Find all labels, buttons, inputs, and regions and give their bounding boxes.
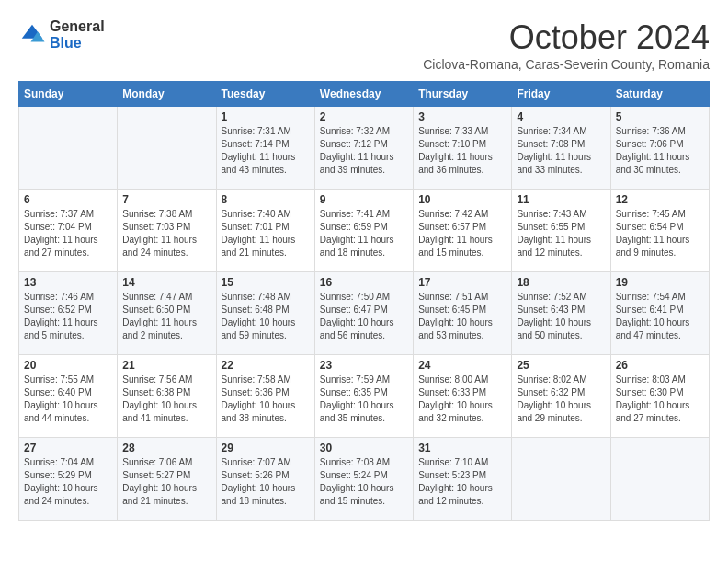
day-info: Sunrise: 7:52 AMSunset: 6:43 PMDaylight:…: [517, 291, 605, 342]
day-number: 24: [418, 359, 506, 372]
day-info: Sunrise: 7:51 AMSunset: 6:45 PMDaylight:…: [418, 291, 506, 342]
day-info: Sunrise: 7:06 AMSunset: 5:27 PMDaylight:…: [122, 456, 210, 508]
logo-general: General: [50, 18, 105, 35]
day-number: 6: [24, 193, 112, 206]
day-number: 12: [616, 193, 704, 206]
calendar-cell: [512, 438, 610, 521]
title-section: October 2024 Ciclova-Romana, Caras-Sever…: [423, 18, 710, 72]
calendar-cell: 25Sunrise: 8:02 AMSunset: 6:32 PMDayligh…: [512, 355, 610, 438]
weekday-header-tuesday: Tuesday: [216, 82, 314, 107]
month-title: October 2024: [423, 18, 710, 57]
calendar-cell: 5Sunrise: 7:36 AMSunset: 7:06 PMDaylight…: [610, 107, 709, 190]
day-number: 19: [616, 276, 704, 289]
day-info: Sunrise: 7:55 AMSunset: 6:40 PMDaylight:…: [24, 373, 112, 425]
day-info: Sunrise: 7:04 AMSunset: 5:29 PMDaylight:…: [24, 456, 112, 508]
day-info: Sunrise: 7:32 AMSunset: 7:12 PMDaylight:…: [320, 125, 408, 177]
day-info: Sunrise: 7:38 AMSunset: 7:03 PMDaylight:…: [122, 208, 210, 259]
day-info: Sunrise: 7:54 AMSunset: 6:41 PMDaylight:…: [616, 291, 704, 342]
week-row-5: 27Sunrise: 7:04 AMSunset: 5:29 PMDayligh…: [19, 438, 710, 521]
day-info: Sunrise: 7:07 AMSunset: 5:26 PMDaylight:…: [222, 456, 310, 508]
calendar-cell: 24Sunrise: 8:00 AMSunset: 6:33 PMDayligh…: [414, 355, 512, 438]
day-info: Sunrise: 7:58 AMSunset: 6:36 PMDaylight:…: [222, 373, 310, 425]
day-number: 22: [222, 359, 310, 372]
week-row-1: 1Sunrise: 7:31 AMSunset: 7:14 PMDaylight…: [19, 107, 710, 190]
calendar-cell: 1Sunrise: 7:31 AMSunset: 7:14 PMDaylight…: [216, 107, 314, 190]
day-info: Sunrise: 7:46 AMSunset: 6:52 PMDaylight:…: [24, 291, 112, 342]
calendar-cell: 26Sunrise: 8:03 AMSunset: 6:30 PMDayligh…: [610, 355, 709, 438]
calendar-cell: [118, 107, 216, 190]
day-number: 11: [517, 193, 605, 206]
calendar-cell: 30Sunrise: 7:08 AMSunset: 5:24 PMDayligh…: [314, 438, 413, 521]
calendar-cell: 20Sunrise: 7:55 AMSunset: 6:40 PMDayligh…: [19, 355, 118, 438]
calendar-cell: 8Sunrise: 7:40 AMSunset: 7:01 PMDaylight…: [216, 190, 314, 272]
calendar-cell: 9Sunrise: 7:41 AMSunset: 6:59 PMDaylight…: [314, 190, 413, 272]
day-number: 15: [222, 276, 310, 289]
calendar-cell: 31Sunrise: 7:10 AMSunset: 5:23 PMDayligh…: [414, 438, 512, 521]
day-number: 4: [517, 110, 605, 123]
calendar-cell: 10Sunrise: 7:42 AMSunset: 6:57 PMDayligh…: [414, 190, 512, 272]
weekday-header-thursday: Thursday: [414, 82, 512, 107]
day-info: Sunrise: 7:34 AMSunset: 7:08 PMDaylight:…: [517, 125, 605, 177]
calendar-cell: 14Sunrise: 7:47 AMSunset: 6:50 PMDayligh…: [118, 272, 216, 355]
day-info: Sunrise: 7:48 AMSunset: 6:48 PMDaylight:…: [222, 291, 310, 342]
day-info: Sunrise: 7:40 AMSunset: 7:01 PMDaylight:…: [222, 208, 310, 259]
day-info: Sunrise: 7:45 AMSunset: 6:54 PMDaylight:…: [616, 208, 704, 259]
day-number: 18: [517, 276, 605, 289]
calendar-cell: 11Sunrise: 7:43 AMSunset: 6:55 PMDayligh…: [512, 190, 610, 272]
day-number: 25: [517, 359, 605, 372]
week-row-4: 20Sunrise: 7:55 AMSunset: 6:40 PMDayligh…: [19, 355, 710, 438]
day-number: 14: [122, 276, 210, 289]
day-number: 9: [320, 193, 408, 206]
week-row-3: 13Sunrise: 7:46 AMSunset: 6:52 PMDayligh…: [19, 272, 710, 355]
day-info: Sunrise: 7:56 AMSunset: 6:38 PMDaylight:…: [122, 373, 210, 425]
calendar-cell: 27Sunrise: 7:04 AMSunset: 5:29 PMDayligh…: [19, 438, 118, 521]
calendar-cell: 15Sunrise: 7:48 AMSunset: 6:48 PMDayligh…: [216, 272, 314, 355]
day-info: Sunrise: 8:00 AMSunset: 6:33 PMDaylight:…: [418, 373, 506, 425]
calendar-cell: 13Sunrise: 7:46 AMSunset: 6:52 PMDayligh…: [19, 272, 118, 355]
logo: General Blue: [18, 18, 105, 51]
day-info: Sunrise: 7:47 AMSunset: 6:50 PMDaylight:…: [122, 291, 210, 342]
location-subtitle: Ciclova-Romana, Caras-Severin County, Ro…: [423, 57, 710, 72]
calendar-cell: 16Sunrise: 7:50 AMSunset: 6:47 PMDayligh…: [314, 272, 413, 355]
day-info: Sunrise: 7:33 AMSunset: 7:10 PMDaylight:…: [418, 125, 506, 177]
weekday-header-sunday: Sunday: [19, 82, 118, 107]
day-info: Sunrise: 7:50 AMSunset: 6:47 PMDaylight:…: [320, 291, 408, 342]
day-number: 31: [418, 442, 506, 454]
logo-text: General Blue: [50, 18, 105, 51]
weekday-header-friday: Friday: [512, 82, 610, 107]
calendar-cell: 7Sunrise: 7:38 AMSunset: 7:03 PMDaylight…: [118, 190, 216, 272]
calendar-cell: 2Sunrise: 7:32 AMSunset: 7:12 PMDaylight…: [314, 107, 413, 190]
calendar-cell: 28Sunrise: 7:06 AMSunset: 5:27 PMDayligh…: [118, 438, 216, 521]
day-info: Sunrise: 7:41 AMSunset: 6:59 PMDaylight:…: [320, 208, 408, 259]
day-info: Sunrise: 7:31 AMSunset: 7:14 PMDaylight:…: [222, 125, 310, 177]
day-number: 8: [222, 193, 310, 206]
weekday-header-row: SundayMondayTuesdayWednesdayThursdayFrid…: [19, 82, 710, 107]
page-header: General Blue October 2024 Ciclova-Romana…: [18, 18, 710, 72]
day-info: Sunrise: 7:59 AMSunset: 6:35 PMDaylight:…: [320, 373, 408, 425]
calendar-cell: [610, 438, 709, 521]
day-number: 3: [418, 110, 506, 123]
calendar-cell: 4Sunrise: 7:34 AMSunset: 7:08 PMDaylight…: [512, 107, 610, 190]
calendar-cell: 22Sunrise: 7:58 AMSunset: 6:36 PMDayligh…: [216, 355, 314, 438]
calendar-cell: 21Sunrise: 7:56 AMSunset: 6:38 PMDayligh…: [118, 355, 216, 438]
day-number: 28: [122, 442, 210, 454]
day-number: 21: [122, 359, 210, 372]
day-number: 23: [320, 359, 408, 372]
logo-icon: [18, 21, 46, 49]
calendar-cell: 18Sunrise: 7:52 AMSunset: 6:43 PMDayligh…: [512, 272, 610, 355]
day-number: 20: [24, 359, 112, 372]
day-number: 17: [418, 276, 506, 289]
calendar-cell: 17Sunrise: 7:51 AMSunset: 6:45 PMDayligh…: [414, 272, 512, 355]
day-info: Sunrise: 8:03 AMSunset: 6:30 PMDaylight:…: [616, 373, 704, 425]
calendar-cell: 3Sunrise: 7:33 AMSunset: 7:10 PMDaylight…: [414, 107, 512, 190]
weekday-header-saturday: Saturday: [610, 82, 709, 107]
calendar-cell: 23Sunrise: 7:59 AMSunset: 6:35 PMDayligh…: [314, 355, 413, 438]
day-number: 10: [418, 193, 506, 206]
day-number: 7: [122, 193, 210, 206]
day-info: Sunrise: 7:37 AMSunset: 7:04 PMDaylight:…: [24, 208, 112, 259]
weekday-header-wednesday: Wednesday: [314, 82, 413, 107]
day-info: Sunrise: 7:10 AMSunset: 5:23 PMDaylight:…: [418, 456, 506, 508]
calendar-cell: 6Sunrise: 7:37 AMSunset: 7:04 PMDaylight…: [19, 190, 118, 272]
day-number: 13: [24, 276, 112, 289]
logo-blue: Blue: [50, 35, 105, 52]
